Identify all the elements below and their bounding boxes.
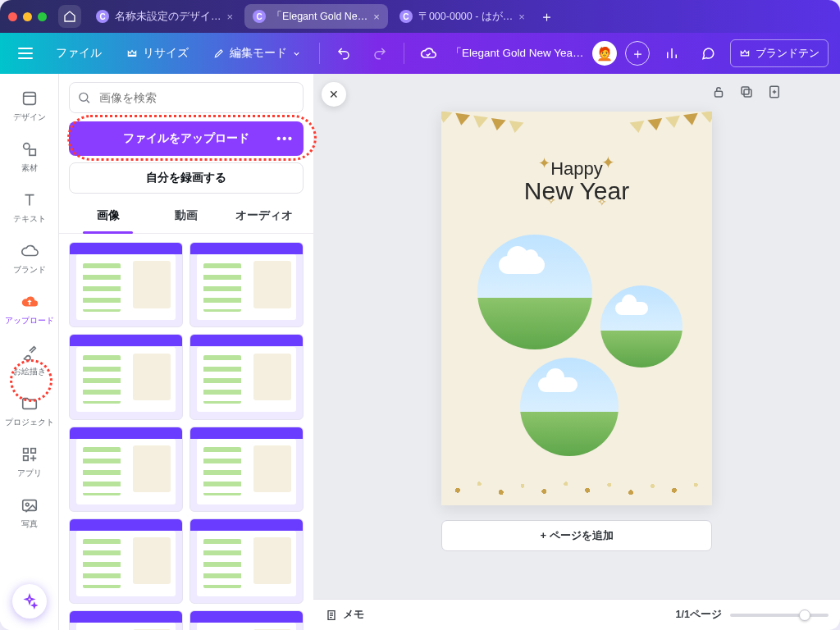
rail-label: ブランド	[13, 264, 46, 276]
tab-videos[interactable]: 動画	[147, 200, 225, 233]
apps-grid-icon	[20, 445, 39, 464]
rail-projects[interactable]: プロジェクト	[0, 387, 58, 436]
editor-toolbar: ファイル リサイズ 編集モード 「Elegant Gold New Year's…	[0, 33, 840, 74]
rail-brand[interactable]: ブランド	[0, 235, 58, 284]
bottom-bar: メモ 1/1ページ	[313, 599, 840, 630]
cloud-sync-button[interactable]	[414, 39, 442, 67]
rail-text[interactable]: テキスト	[0, 184, 58, 233]
share-add-button[interactable]: ＋	[625, 41, 650, 66]
rail-apps[interactable]: アプリ	[0, 438, 58, 487]
redo-button[interactable]	[366, 39, 394, 67]
zoom-slider[interactable]	[730, 614, 829, 617]
close-tab-icon[interactable]: ×	[518, 11, 525, 23]
upload-thumbnail[interactable]	[69, 427, 183, 512]
template-icon	[20, 89, 39, 108]
undo-button[interactable]	[330, 39, 358, 67]
menu-button[interactable]	[11, 39, 39, 67]
add-page-label: + ページを追加	[540, 528, 613, 543]
svg-rect-9	[715, 91, 723, 97]
tab-label: 〒000-0000 - はが…	[418, 10, 513, 24]
upload-thumbnail[interactable]	[189, 334, 304, 419]
zoom-track[interactable]	[730, 614, 829, 617]
page-indicator[interactable]: 1/1ページ	[676, 608, 722, 622]
close-tab-icon[interactable]: ×	[227, 11, 234, 23]
browser-tab[interactable]: C 名称未設定のデザイ… ×	[88, 4, 241, 29]
rail-label: お絵描き	[13, 366, 46, 377]
zoom-thumb-icon[interactable]	[799, 609, 810, 621]
analytics-button[interactable]	[658, 39, 686, 67]
upload-thumbnail[interactable]	[189, 610, 304, 630]
magic-button[interactable]	[12, 584, 47, 619]
file-menu[interactable]: ファイル	[48, 39, 110, 67]
upload-thumbnail[interactable]	[69, 334, 183, 419]
document-title[interactable]: 「Elegant Gold New Year's Eve」で…	[450, 46, 584, 61]
upload-thumbnail[interactable]	[189, 242, 304, 327]
upload-thumbnail[interactable]	[189, 427, 304, 512]
upload-more-icon[interactable]: •••	[276, 132, 294, 145]
browser-tab[interactable]: C 〒000-0000 - はが… ×	[391, 4, 533, 29]
redo-icon	[372, 46, 387, 61]
rail-design[interactable]: デザイン	[0, 82, 58, 131]
collapse-panel-button[interactable]: ✕	[322, 82, 346, 107]
svg-point-7	[25, 503, 29, 506]
happy-new-year-text[interactable]: Happy New Year	[441, 159, 712, 204]
duplicate-page-button[interactable]	[738, 84, 755, 100]
upload-thumbnail[interactable]	[189, 518, 304, 604]
tab-images[interactable]: 画像	[69, 200, 147, 233]
add-page-button[interactable]: + ページを追加	[441, 520, 712, 551]
rail-photos[interactable]: 写真	[0, 489, 58, 538]
upload-thumbnail[interactable]	[69, 518, 183, 604]
photo-placeholder[interactable]	[600, 285, 682, 368]
zoom-window-icon[interactable]	[38, 12, 47, 21]
uploads-thumbnails[interactable]	[59, 234, 313, 630]
rail-label: テキスト	[13, 213, 46, 225]
search-input[interactable]	[69, 82, 304, 113]
rail-label: プロジェクト	[5, 417, 54, 428]
photo-placeholder[interactable]	[520, 358, 619, 456]
minimize-window-icon[interactable]	[23, 12, 32, 21]
close-window-icon[interactable]	[8, 12, 17, 21]
notes-button[interactable]: メモ	[325, 608, 364, 622]
svg-point-1	[23, 144, 29, 149]
browser-tabs: C 名称未設定のデザイ… × C 「Elegant Gold Ne… × C 〒…	[88, 4, 832, 29]
sparkle-icon	[21, 593, 38, 609]
tab-label: 「Elegant Gold Ne…	[272, 10, 368, 24]
resize-label: リサイズ	[143, 46, 189, 61]
media-tabs: 画像 動画 オーディオ	[59, 200, 313, 234]
svg-rect-3	[23, 449, 28, 454]
rail-draw[interactable]: お絵描き	[0, 336, 58, 386]
lock-page-button[interactable]	[710, 84, 727, 100]
tab-audio[interactable]: オーディオ	[226, 200, 304, 233]
search-field	[69, 82, 304, 113]
record-yourself-button[interactable]: 自分を録画する	[69, 162, 304, 194]
upload-thumbnail[interactable]	[69, 242, 183, 327]
add-page-inline-button[interactable]	[766, 84, 783, 100]
design-page[interactable]: ✦ ✦ ✧ ✧ Happy New Year	[441, 112, 712, 505]
bar-chart-icon	[664, 46, 679, 61]
file-label: ファイル	[56, 46, 102, 61]
rail-label: 素材	[21, 162, 38, 174]
shapes-icon	[20, 139, 39, 159]
edit-mode-button[interactable]: 編集モード	[205, 39, 309, 67]
close-tab-icon[interactable]: ×	[373, 11, 380, 23]
svg-point-8	[80, 93, 88, 101]
brand-template-button[interactable]: ブランドテン	[730, 39, 829, 67]
avatar[interactable]: 🧑‍🦰	[592, 41, 617, 66]
brush-icon	[20, 343, 39, 363]
upload-file-button[interactable]: ファイルをアップロード •••	[69, 121, 304, 156]
rail-uploads[interactable]: アップロード	[0, 285, 58, 335]
home-button[interactable]	[58, 5, 81, 28]
upload-thumbnail[interactable]	[69, 610, 183, 630]
canvas-scroll[interactable]: ✦ ✦ ✧ ✧ Happy New Year + ページを追加	[313, 74, 840, 599]
photo-placeholder[interactable]	[477, 235, 592, 349]
window-controls	[8, 12, 47, 21]
rail-label: アップロード	[5, 315, 54, 326]
new-tab-button[interactable]: ＋	[536, 6, 558, 27]
cloud-check-icon	[420, 45, 436, 62]
upload-cloud-icon	[20, 292, 39, 312]
resize-button[interactable]: リサイズ	[118, 39, 197, 67]
comment-button[interactable]	[694, 39, 722, 67]
browser-tab[interactable]: C 「Elegant Gold Ne… ×	[244, 4, 388, 29]
rail-elements[interactable]: 素材	[0, 133, 58, 182]
svg-rect-0	[23, 93, 35, 105]
